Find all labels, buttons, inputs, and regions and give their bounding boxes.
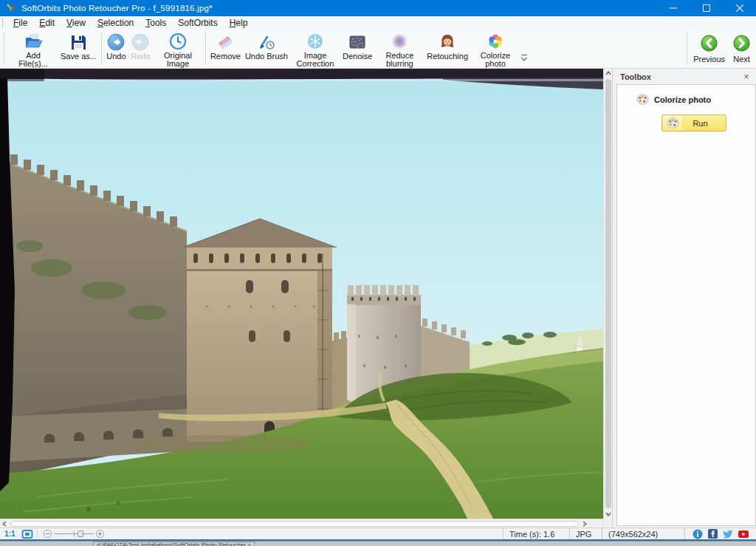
remove-button[interactable]: Remove bbox=[208, 30, 243, 68]
undo-button[interactable]: Undo bbox=[104, 30, 128, 68]
retouching-button[interactable]: Retouching bbox=[425, 30, 470, 68]
palette-icon bbox=[636, 94, 649, 105]
toolbar-button-label: Denoise bbox=[343, 52, 372, 61]
toolbox-header: Toolbox × bbox=[613, 69, 756, 84]
scroll-right-icon[interactable] bbox=[580, 519, 589, 528]
menu-edit[interactable]: Edit bbox=[33, 17, 61, 30]
scroll-up-icon[interactable] bbox=[604, 69, 612, 78]
toolbar-button-label: Colorize photo bbox=[472, 52, 518, 68]
colorize-photo-icon bbox=[486, 32, 505, 51]
toolbar-button-label: Remove bbox=[210, 52, 241, 61]
background-window-strip: d:\РАБОТА\Test Installations\SoftOrbits … bbox=[0, 541, 756, 546]
scroll-down-icon[interactable] bbox=[604, 510, 612, 519]
toolbar-separator bbox=[101, 33, 102, 65]
photo-image bbox=[0, 69, 603, 519]
toolbar-button-label: Reduce blurring bbox=[377, 52, 422, 68]
menubar-grip bbox=[2, 18, 4, 28]
zoom-slider-track[interactable] bbox=[54, 533, 94, 534]
toolbar-grip bbox=[4, 33, 6, 65]
run-button[interactable]: Run bbox=[662, 115, 726, 132]
toolbar-overflow-button[interactable] bbox=[520, 52, 528, 65]
toolbar-separator bbox=[687, 33, 687, 65]
menubar: File Edit View Selection Tools SoftOrbit… bbox=[0, 16, 756, 30]
vertical-scrollbar[interactable] bbox=[603, 69, 612, 528]
facebook-icon[interactable] bbox=[708, 529, 718, 539]
toolbox-body: Colorize photo Run bbox=[616, 84, 756, 526]
fit-to-window-icon[interactable] bbox=[18, 529, 37, 539]
run-palette-icon bbox=[663, 115, 682, 131]
add-files-icon bbox=[24, 32, 43, 51]
zoom-out-icon[interactable] bbox=[44, 530, 52, 538]
zoom-in-icon[interactable] bbox=[96, 530, 104, 538]
undo-brush-icon bbox=[257, 32, 276, 52]
photo-square-tower bbox=[182, 219, 337, 442]
maximize-button[interactable] bbox=[690, 0, 723, 16]
info-icon[interactable] bbox=[693, 529, 703, 539]
save-as-icon bbox=[69, 32, 87, 52]
image-correction-icon bbox=[306, 32, 325, 51]
toolbox-close-icon[interactable]: × bbox=[741, 72, 752, 82]
toolbar: Add File(s)... Save as... bbox=[0, 30, 756, 69]
menu-help[interactable]: Help bbox=[224, 17, 254, 30]
redo-button[interactable]: Redo bbox=[128, 30, 153, 68]
horizontal-scroll-thumb[interactable] bbox=[10, 521, 579, 527]
app-window: SoftOrbits Photo Retoucher Pro - f_59918… bbox=[0, 0, 756, 541]
toolbar-separator bbox=[205, 33, 206, 65]
original-image-button[interactable]: Original Image bbox=[153, 30, 203, 68]
photo-canvas[interactable] bbox=[0, 69, 603, 519]
colorize-photo-tool: Colorize photo bbox=[636, 94, 749, 105]
statusbar-social-icons bbox=[684, 528, 756, 539]
zoom-slider-thumb[interactable] bbox=[78, 530, 83, 537]
menu-tools[interactable]: Tools bbox=[140, 17, 172, 30]
denoise-icon bbox=[348, 32, 367, 52]
colorize-photo-button[interactable]: Colorize photo bbox=[470, 30, 520, 68]
toolbar-spacer bbox=[529, 30, 684, 68]
nav-group: Previous Next bbox=[690, 30, 755, 68]
toolbar-button-label: Save as... bbox=[61, 52, 97, 61]
window-title: SoftOrbits Photo Retoucher Pro - f_59918… bbox=[21, 4, 213, 13]
processing-time: Time (s): 1.6 bbox=[503, 528, 569, 539]
undo-brush-button[interactable]: Undo Brush bbox=[243, 30, 290, 68]
denoise-button[interactable]: Denoise bbox=[340, 30, 374, 68]
menu-file[interactable]: File bbox=[7, 17, 33, 30]
nav-button-label: Next bbox=[733, 55, 750, 64]
reduce-blurring-button[interactable]: Reduce blurring bbox=[374, 30, 425, 68]
next-icon bbox=[732, 34, 751, 52]
statusbar: 1:1 Time (s): 1.6 JPG (749x562x24) bbox=[0, 528, 756, 541]
close-button[interactable] bbox=[723, 0, 756, 16]
menu-view[interactable]: View bbox=[61, 17, 92, 30]
vertical-scroll-thumb[interactable] bbox=[605, 79, 611, 508]
toolbar-button-label: Original Image bbox=[155, 52, 201, 68]
scroll-left-icon[interactable] bbox=[0, 519, 9, 528]
reduce-blurring-icon bbox=[390, 32, 409, 51]
add-files-button[interactable]: Add File(s)... bbox=[8, 30, 58, 68]
zoom-actual-button[interactable]: 1:1 bbox=[0, 530, 18, 538]
tool-label: Colorize photo bbox=[654, 95, 711, 104]
menu-softorbits[interactable]: SoftOrbits bbox=[172, 17, 223, 30]
youtube-icon[interactable] bbox=[738, 530, 749, 539]
image-correction-button[interactable]: Image Correction bbox=[290, 30, 340, 68]
menu-selection[interactable]: Selection bbox=[92, 17, 140, 30]
toolbar-button-label: Retouching bbox=[427, 52, 468, 61]
toolbox-title: Toolbox bbox=[620, 72, 651, 81]
zoom-slider[interactable] bbox=[44, 530, 104, 538]
undo-icon bbox=[106, 32, 126, 52]
original-image-icon bbox=[168, 32, 188, 51]
minimize-button[interactable] bbox=[656, 0, 690, 16]
previous-icon bbox=[700, 34, 718, 52]
statusbar-separator bbox=[37, 530, 38, 538]
run-button-label: Run bbox=[682, 119, 718, 128]
horizontal-scrollbar[interactable] bbox=[0, 519, 603, 528]
save-as-button[interactable]: Save as... bbox=[58, 30, 99, 68]
twitter-icon[interactable] bbox=[723, 530, 733, 539]
toolbar-button-label: Image Correction bbox=[292, 52, 338, 68]
scrollbar-corner bbox=[604, 519, 612, 528]
previous-button[interactable]: Previous bbox=[690, 33, 729, 65]
next-button[interactable]: Next bbox=[729, 33, 755, 65]
toolbar-button-label: Add File(s)... bbox=[10, 52, 56, 68]
redo-icon bbox=[131, 32, 150, 52]
background-window-title: d:\РАБОТА\Test Installations\SoftOrbits … bbox=[93, 542, 255, 546]
file-format: JPG bbox=[569, 528, 602, 539]
nav-button-label: Previous bbox=[693, 55, 725, 64]
toolbar-button-label: Undo Brush bbox=[245, 52, 288, 61]
